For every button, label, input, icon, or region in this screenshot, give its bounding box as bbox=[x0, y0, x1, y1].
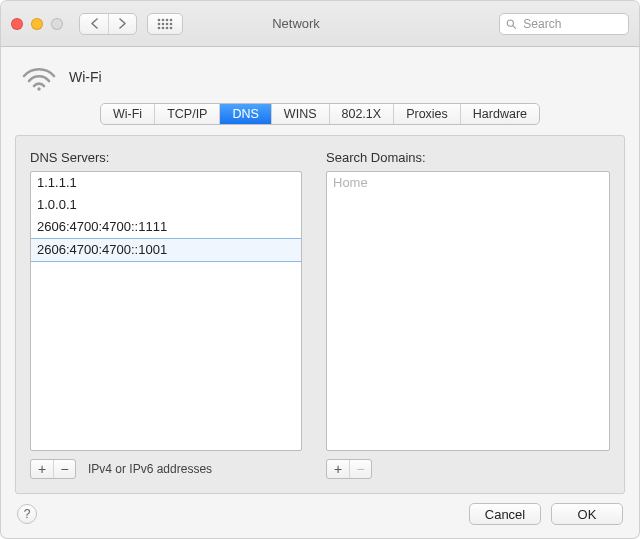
zoom-window-button[interactable] bbox=[51, 18, 63, 30]
domains-remove-button[interactable]: − bbox=[349, 460, 371, 478]
window-controls bbox=[11, 18, 63, 30]
dns-server-row[interactable]: 2606:4700:4700::1111 bbox=[31, 216, 301, 238]
dns-servers-footer: + − IPv4 or IPv6 addresses bbox=[30, 459, 302, 479]
connection-header: Wi-Fi bbox=[21, 63, 625, 91]
dns-servers-label: DNS Servers: bbox=[30, 150, 302, 165]
dns-remove-button[interactable]: − bbox=[53, 460, 75, 478]
search-domains-label: Search Domains: bbox=[326, 150, 610, 165]
dns-servers-column: DNS Servers: 1.1.1.11.0.0.12606:4700:470… bbox=[30, 150, 302, 479]
tab-wi-fi[interactable]: Wi-Fi bbox=[101, 104, 154, 124]
search-domain-placeholder: Home bbox=[327, 172, 609, 194]
ok-button[interactable]: OK bbox=[551, 503, 623, 525]
content-area: Wi-Fi Wi-FiTCP/IPDNSWINS802.1XProxiesHar… bbox=[1, 47, 639, 508]
close-window-button[interactable] bbox=[11, 18, 23, 30]
tab-dns[interactable]: DNS bbox=[219, 104, 270, 124]
tab-wins[interactable]: WINS bbox=[271, 104, 329, 124]
minimize-window-button[interactable] bbox=[31, 18, 43, 30]
domains-add-button[interactable]: + bbox=[327, 460, 349, 478]
dns-hint: IPv4 or IPv6 addresses bbox=[88, 462, 212, 476]
dns-add-remove: + − bbox=[30, 459, 76, 479]
search-field[interactable] bbox=[499, 13, 629, 35]
cancel-button[interactable]: Cancel bbox=[469, 503, 541, 525]
search-domains-footer: + − bbox=[326, 459, 610, 479]
dns-panel: DNS Servers: 1.1.1.11.0.0.12606:4700:470… bbox=[15, 135, 625, 494]
search-icon bbox=[506, 18, 516, 30]
tab-proxies[interactable]: Proxies bbox=[393, 104, 460, 124]
dns-servers-list[interactable]: 1.1.1.11.0.0.12606:4700:4700::11112606:4… bbox=[30, 171, 302, 451]
dns-server-row[interactable]: 1.1.1.1 bbox=[31, 172, 301, 194]
tab-bar: Wi-FiTCP/IPDNSWINS802.1XProxiesHardware bbox=[15, 103, 625, 125]
tab-tcp-ip[interactable]: TCP/IP bbox=[154, 104, 219, 124]
tab-hardware[interactable]: Hardware bbox=[460, 104, 539, 124]
tab-802-1x[interactable]: 802.1X bbox=[329, 104, 394, 124]
domains-add-remove: + − bbox=[326, 459, 372, 479]
footer: ? Cancel OK bbox=[1, 490, 639, 538]
search-input[interactable] bbox=[521, 16, 622, 32]
network-prefs-window: Network Wi-Fi Wi-FiTCP/IPDNSWINS80 bbox=[0, 0, 640, 539]
help-button[interactable]: ? bbox=[17, 504, 37, 524]
connection-title: Wi-Fi bbox=[69, 69, 102, 85]
svg-point-14 bbox=[37, 87, 40, 90]
search-domains-list[interactable]: Home bbox=[326, 171, 610, 451]
svg-point-12 bbox=[507, 20, 513, 26]
toolbar: Network bbox=[1, 1, 639, 47]
dns-server-row[interactable]: 1.0.0.1 bbox=[31, 194, 301, 216]
wifi-icon bbox=[21, 63, 57, 91]
svg-line-13 bbox=[513, 25, 516, 28]
dns-add-button[interactable]: + bbox=[31, 460, 53, 478]
chevron-left-icon bbox=[90, 18, 99, 29]
dns-server-row[interactable]: 2606:4700:4700::1001 bbox=[31, 238, 301, 262]
window-title: Network bbox=[103, 16, 489, 31]
search-domains-column: Search Domains: Home + − bbox=[326, 150, 610, 479]
